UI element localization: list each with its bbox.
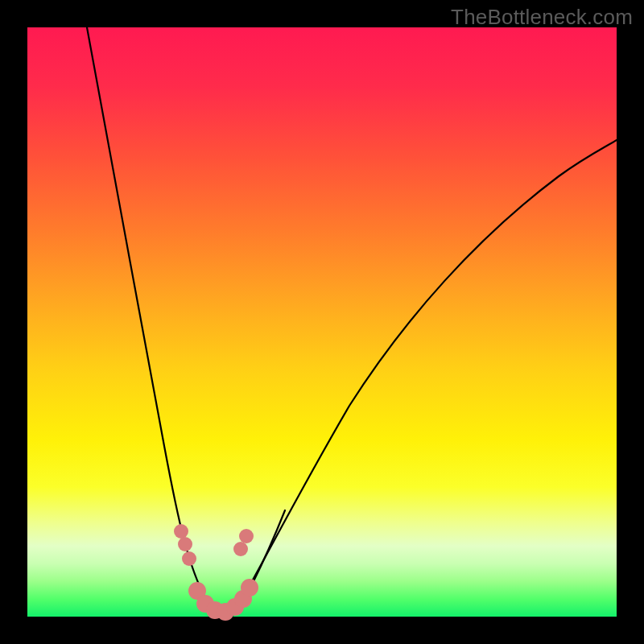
right-curve bbox=[232, 140, 617, 617]
marker-dot bbox=[241, 579, 258, 597]
chart-frame: TheBottleneck.com bbox=[0, 0, 644, 644]
watermark-text: TheBottleneck.com bbox=[451, 5, 633, 30]
marker-dot bbox=[239, 529, 254, 543]
marker-dot bbox=[233, 542, 248, 556]
marker-dot bbox=[178, 537, 192, 551]
marker-dot bbox=[182, 551, 196, 566]
curve-layer bbox=[27, 27, 617, 617]
plot-area bbox=[27, 27, 617, 617]
